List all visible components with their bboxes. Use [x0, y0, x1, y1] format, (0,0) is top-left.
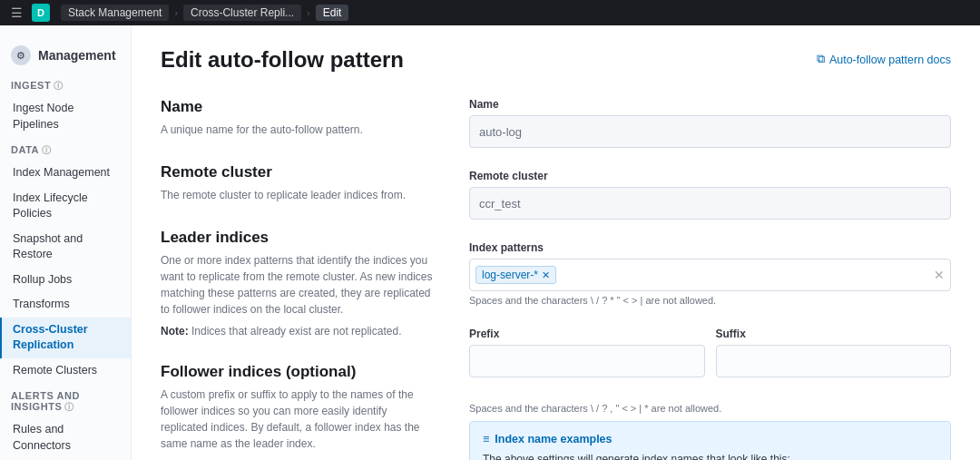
remote-section-description: The remote cluster to replicate leader i…	[161, 187, 433, 203]
top-nav: ☰ D Stack Management › Cross-Cluster Rep…	[0, 0, 980, 25]
leader-section-description: One or more index patterns that identify…	[161, 252, 433, 318]
follower-hint: Spaces and the characters \ / ? , " < > …	[469, 403, 951, 414]
tag-close-icon[interactable]: ✕	[542, 269, 550, 281]
index-patterns-field-label: Index patterns	[469, 241, 951, 254]
leader-section-desc: Leader indices One or more index pattern…	[161, 229, 433, 338]
follower-section-desc: Follower indices (optional) A custom pre…	[161, 363, 433, 452]
app-logo: D	[32, 4, 50, 22]
prefix-suffix-fields: Prefix Suffix	[469, 328, 951, 399]
breadcrumb-ccr[interactable]: Cross-Cluster Repli...	[183, 5, 301, 21]
info-box-body: The above settings will generate index n…	[483, 453, 937, 460]
sidebar-section-data: Dataⓘ	[0, 137, 131, 161]
remote-section-heading: Remote cluster	[161, 163, 433, 181]
sidebar-item-rules[interactable]: Rules and Connectors	[0, 417, 131, 458]
sidebar-item-index-management[interactable]: Index Management	[0, 161, 131, 186]
app-layout: ⚙ Management Ingestⓘ Ingest Node Pipelin…	[0, 25, 980, 460]
page-header: Edit auto-follow pattern ⧉ Auto-follow p…	[161, 47, 951, 73]
sidebar-item-ccr[interactable]: Cross-Cluster Replication	[0, 318, 131, 358]
name-section-description: A unique name for the auto-follow patter…	[161, 122, 433, 138]
tag-value: log-server-*	[482, 269, 538, 281]
name-section-desc: Name A unique name for the auto-follow p…	[161, 98, 433, 138]
breadcrumb-edit[interactable]: Edit	[316, 5, 349, 21]
follower-section-heading: Follower indices (optional)	[161, 363, 433, 381]
main-content: Edit auto-follow pattern ⧉ Auto-follow p…	[132, 25, 980, 460]
leader-section-note: Note: Indices that already exist are not…	[161, 325, 433, 338]
docs-link-label: Auto-follow pattern docs	[829, 54, 951, 66]
name-field-label: Name	[469, 98, 951, 111]
sidebar-item-remote-clusters[interactable]: Remote Clusters	[0, 358, 131, 384]
name-field-input[interactable]	[469, 115, 951, 148]
sidebar-section-ingest: Ingestⓘ	[0, 73, 131, 96]
tag-input-container[interactable]: log-server-* ✕ ✕	[469, 259, 951, 291]
management-icon: ⚙	[11, 45, 31, 65]
leader-section-heading: Leader indices	[161, 229, 433, 247]
sidebar-section-alerts: Alerts and Insightsⓘ	[0, 383, 131, 417]
breadcrumb-stack-management[interactable]: Stack Management	[61, 5, 169, 21]
index-patterns-field-group: Index patterns log-server-* ✕ ✕ Spaces a…	[469, 241, 951, 306]
info-box: ≡ Index name examples The above settings…	[469, 421, 951, 460]
docs-link[interactable]: ⧉ Auto-follow pattern docs	[817, 53, 951, 66]
info-box-header: ≡ Index name examples	[483, 433, 937, 445]
form-fields: Name Remote cluster Index patterns log-s…	[469, 98, 951, 460]
sidebar-header: ⚙ Management	[0, 36, 131, 73]
sidebar-item-transforms[interactable]: Transforms	[0, 292, 131, 318]
prefix-field-input[interactable]	[469, 345, 705, 377]
index-patterns-hint: Spaces and the characters \ / ? * " < > …	[469, 295, 951, 306]
form-layout: Name A unique name for the auto-follow p…	[161, 98, 951, 460]
remote-cluster-field-group: Remote cluster	[469, 170, 951, 220]
info-box-heading: Index name examples	[495, 433, 612, 445]
nav-separator-2: ›	[174, 7, 178, 18]
sidebar: ⚙ Management Ingestⓘ Ingest Node Pipelin…	[0, 25, 132, 460]
sidebar-title: Management	[38, 48, 116, 63]
prefix-field-group: Prefix	[469, 328, 705, 377]
suffix-field-input[interactable]	[716, 345, 952, 377]
sidebar-item-ingest-pipelines[interactable]: Ingest Node Pipelines	[0, 96, 131, 137]
remote-section-desc: Remote cluster The remote cluster to rep…	[161, 163, 433, 203]
prefix-field-label: Prefix	[469, 328, 705, 340]
name-field-group: Name	[469, 98, 951, 148]
tag-log-server: log-server-* ✕	[475, 266, 556, 284]
remote-cluster-field-label: Remote cluster	[469, 170, 951, 182]
page-title: Edit auto-follow pattern	[161, 47, 404, 73]
remote-cluster-field-input[interactable]	[469, 187, 951, 220]
nav-separator-3: ›	[307, 7, 310, 18]
clear-tags-icon[interactable]: ✕	[934, 268, 945, 282]
sidebar-item-ilm[interactable]: Index Lifecycle Policies	[0, 186, 131, 227]
suffix-field-label: Suffix	[716, 328, 952, 340]
hamburger-icon[interactable]: ☰	[7, 4, 26, 22]
suffix-field-group: Suffix	[716, 328, 952, 377]
sidebar-item-rollup[interactable]: Rollup Jobs	[0, 268, 131, 293]
info-box-icon: ≡	[483, 433, 489, 445]
form-descriptions: Name A unique name for the auto-follow p…	[161, 98, 469, 460]
name-section-heading: Name	[161, 98, 433, 116]
follower-section-description: A custom prefix or suffix to apply to th…	[161, 387, 433, 452]
docs-icon: ⧉	[817, 53, 825, 66]
sidebar-item-snapshot[interactable]: Snapshot and Restore	[0, 227, 131, 268]
